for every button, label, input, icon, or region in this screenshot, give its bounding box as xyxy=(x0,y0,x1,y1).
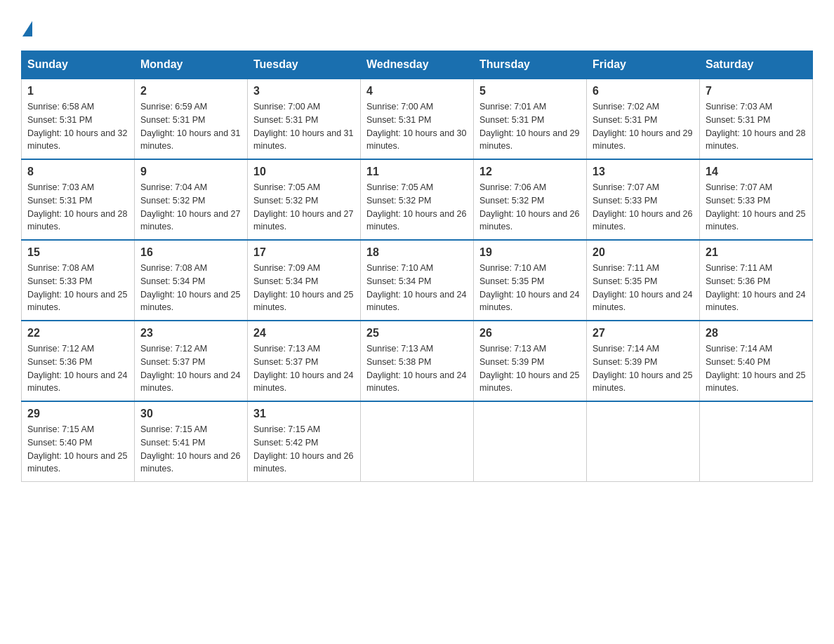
day-info: Sunrise: 7:03 AMSunset: 5:31 PMDaylight:… xyxy=(706,100,807,153)
weekday-header-sunday: Sunday xyxy=(22,51,135,79)
day-number: 21 xyxy=(706,246,807,259)
weekday-header-saturday: Saturday xyxy=(700,51,813,79)
day-info: Sunrise: 6:59 AMSunset: 5:31 PMDaylight:… xyxy=(140,100,241,153)
day-info: Sunrise: 7:07 AMSunset: 5:33 PMDaylight:… xyxy=(593,181,694,234)
calendar-cell: 4Sunrise: 7:00 AMSunset: 5:31 PMDaylight… xyxy=(361,79,474,159)
day-info: Sunrise: 7:15 AMSunset: 5:40 PMDaylight:… xyxy=(27,423,128,476)
day-number: 9 xyxy=(140,166,241,178)
calendar-cell: 18Sunrise: 7:10 AMSunset: 5:34 PMDayligh… xyxy=(361,240,474,321)
day-info: Sunrise: 7:01 AMSunset: 5:31 PMDaylight:… xyxy=(479,100,581,153)
day-info: Sunrise: 7:13 AMSunset: 5:39 PMDaylight:… xyxy=(479,342,581,395)
day-info: Sunrise: 7:11 AMSunset: 5:35 PMDaylight:… xyxy=(593,262,694,314)
calendar-week-1: 1Sunrise: 6:58 AMSunset: 5:31 PMDaylight… xyxy=(22,79,813,159)
day-number: 19 xyxy=(479,246,581,259)
calendar-week-3: 15Sunrise: 7:08 AMSunset: 5:33 PMDayligh… xyxy=(22,240,813,321)
day-info: Sunrise: 7:02 AMSunset: 5:31 PMDaylight:… xyxy=(593,100,694,153)
page-header xyxy=(21,21,813,36)
calendar-cell: 20Sunrise: 7:11 AMSunset: 5:35 PMDayligh… xyxy=(587,240,700,321)
day-info: Sunrise: 7:15 AMSunset: 5:41 PMDaylight:… xyxy=(140,423,241,476)
day-info: Sunrise: 7:06 AMSunset: 5:32 PMDaylight:… xyxy=(479,181,581,234)
calendar-cell: 26Sunrise: 7:13 AMSunset: 5:39 PMDayligh… xyxy=(474,321,587,401)
day-info: Sunrise: 7:07 AMSunset: 5:33 PMDaylight:… xyxy=(706,181,807,234)
calendar-cell xyxy=(700,401,813,482)
day-number: 22 xyxy=(27,327,128,340)
day-number: 7 xyxy=(706,85,807,98)
calendar-cell: 28Sunrise: 7:14 AMSunset: 5:40 PMDayligh… xyxy=(700,321,813,401)
calendar-cell xyxy=(474,401,587,482)
calendar-cell: 6Sunrise: 7:02 AMSunset: 5:31 PMDaylight… xyxy=(587,79,700,159)
calendar-cell: 8Sunrise: 7:03 AMSunset: 5:31 PMDaylight… xyxy=(22,159,135,240)
day-info: Sunrise: 7:09 AMSunset: 5:34 PMDaylight:… xyxy=(253,262,355,314)
calendar-cell: 22Sunrise: 7:12 AMSunset: 5:36 PMDayligh… xyxy=(22,321,135,401)
day-info: Sunrise: 7:12 AMSunset: 5:37 PMDaylight:… xyxy=(140,342,241,395)
calendar-cell: 14Sunrise: 7:07 AMSunset: 5:33 PMDayligh… xyxy=(700,159,813,240)
logo-triangle-icon xyxy=(22,21,32,36)
calendar-cell: 3Sunrise: 7:00 AMSunset: 5:31 PMDaylight… xyxy=(248,79,361,159)
day-info: Sunrise: 7:08 AMSunset: 5:34 PMDaylight:… xyxy=(140,262,241,314)
day-info: Sunrise: 7:11 AMSunset: 5:36 PMDaylight:… xyxy=(706,262,807,314)
calendar-cell: 13Sunrise: 7:07 AMSunset: 5:33 PMDayligh… xyxy=(587,159,700,240)
weekday-header-monday: Monday xyxy=(135,51,248,79)
day-number: 28 xyxy=(706,327,807,340)
day-number: 24 xyxy=(253,327,355,340)
weekday-header-wednesday: Wednesday xyxy=(361,51,474,79)
day-info: Sunrise: 6:58 AMSunset: 5:31 PMDaylight:… xyxy=(27,100,128,153)
calendar-cell: 17Sunrise: 7:09 AMSunset: 5:34 PMDayligh… xyxy=(248,240,361,321)
calendar-cell: 30Sunrise: 7:15 AMSunset: 5:41 PMDayligh… xyxy=(135,401,248,482)
calendar-cell: 9Sunrise: 7:04 AMSunset: 5:32 PMDaylight… xyxy=(135,159,248,240)
day-info: Sunrise: 7:04 AMSunset: 5:32 PMDaylight:… xyxy=(140,181,241,234)
day-info: Sunrise: 7:10 AMSunset: 5:35 PMDaylight:… xyxy=(479,262,581,314)
day-number: 12 xyxy=(479,166,581,178)
day-info: Sunrise: 7:08 AMSunset: 5:33 PMDaylight:… xyxy=(27,262,128,314)
day-number: 18 xyxy=(366,246,468,259)
calendar-cell: 1Sunrise: 6:58 AMSunset: 5:31 PMDaylight… xyxy=(22,79,135,159)
calendar-week-5: 29Sunrise: 7:15 AMSunset: 5:40 PMDayligh… xyxy=(22,401,813,482)
day-number: 30 xyxy=(140,408,241,420)
calendar-cell: 21Sunrise: 7:11 AMSunset: 5:36 PMDayligh… xyxy=(700,240,813,321)
day-number: 26 xyxy=(479,327,581,340)
weekday-header-tuesday: Tuesday xyxy=(248,51,361,79)
day-number: 2 xyxy=(140,85,241,98)
calendar-week-2: 8Sunrise: 7:03 AMSunset: 5:31 PMDaylight… xyxy=(22,159,813,240)
day-info: Sunrise: 7:00 AMSunset: 5:31 PMDaylight:… xyxy=(253,100,355,153)
calendar-cell: 25Sunrise: 7:13 AMSunset: 5:38 PMDayligh… xyxy=(361,321,474,401)
day-number: 13 xyxy=(593,166,694,178)
calendar-week-4: 22Sunrise: 7:12 AMSunset: 5:36 PMDayligh… xyxy=(22,321,813,401)
day-info: Sunrise: 7:05 AMSunset: 5:32 PMDaylight:… xyxy=(253,181,355,234)
day-number: 23 xyxy=(140,327,241,340)
weekday-header-row: SundayMondayTuesdayWednesdayThursdayFrid… xyxy=(22,51,813,79)
day-number: 3 xyxy=(253,85,355,98)
calendar-cell: 24Sunrise: 7:13 AMSunset: 5:37 PMDayligh… xyxy=(248,321,361,401)
calendar-cell: 31Sunrise: 7:15 AMSunset: 5:42 PMDayligh… xyxy=(248,401,361,482)
day-number: 20 xyxy=(593,246,694,259)
day-number: 16 xyxy=(140,246,241,259)
day-number: 8 xyxy=(27,166,128,178)
day-number: 11 xyxy=(366,166,468,178)
day-number: 31 xyxy=(253,408,355,420)
day-info: Sunrise: 7:03 AMSunset: 5:31 PMDaylight:… xyxy=(27,181,128,234)
calendar-cell: 7Sunrise: 7:03 AMSunset: 5:31 PMDaylight… xyxy=(700,79,813,159)
day-info: Sunrise: 7:15 AMSunset: 5:42 PMDaylight:… xyxy=(253,423,355,476)
day-number: 14 xyxy=(706,166,807,178)
day-info: Sunrise: 7:13 AMSunset: 5:37 PMDaylight:… xyxy=(253,342,355,395)
calendar-cell: 2Sunrise: 6:59 AMSunset: 5:31 PMDaylight… xyxy=(135,79,248,159)
day-info: Sunrise: 7:14 AMSunset: 5:39 PMDaylight:… xyxy=(593,342,694,395)
calendar-cell: 11Sunrise: 7:05 AMSunset: 5:32 PMDayligh… xyxy=(361,159,474,240)
calendar-cell xyxy=(587,401,700,482)
day-number: 5 xyxy=(479,85,581,98)
calendar-cell: 12Sunrise: 7:06 AMSunset: 5:32 PMDayligh… xyxy=(474,159,587,240)
calendar-cell: 10Sunrise: 7:05 AMSunset: 5:32 PMDayligh… xyxy=(248,159,361,240)
day-number: 10 xyxy=(253,166,355,178)
day-number: 6 xyxy=(593,85,694,98)
calendar-cell: 19Sunrise: 7:10 AMSunset: 5:35 PMDayligh… xyxy=(474,240,587,321)
day-info: Sunrise: 7:12 AMSunset: 5:36 PMDaylight:… xyxy=(27,342,128,395)
calendar-table: SundayMondayTuesdayWednesdayThursdayFrid… xyxy=(21,51,813,482)
day-number: 15 xyxy=(27,246,128,259)
day-number: 27 xyxy=(593,327,694,340)
day-number: 1 xyxy=(27,85,128,98)
day-info: Sunrise: 7:00 AMSunset: 5:31 PMDaylight:… xyxy=(366,100,468,153)
calendar-cell: 29Sunrise: 7:15 AMSunset: 5:40 PMDayligh… xyxy=(22,401,135,482)
logo xyxy=(21,21,34,36)
weekday-header-thursday: Thursday xyxy=(474,51,587,79)
calendar-cell: 16Sunrise: 7:08 AMSunset: 5:34 PMDayligh… xyxy=(135,240,248,321)
